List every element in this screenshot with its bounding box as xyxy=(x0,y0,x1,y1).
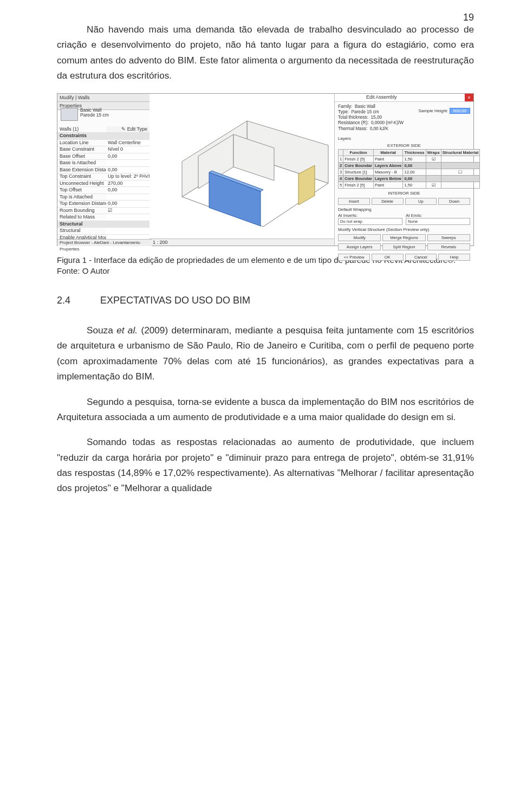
merge-regions-button[interactable]: Merge Regions xyxy=(382,234,425,241)
down-button[interactable]: Down xyxy=(438,198,470,205)
help-button[interactable]: Help xyxy=(438,254,470,261)
sweeps-button[interactable]: Sweeps xyxy=(427,234,470,241)
3d-model-view[interactable]: 1 : 200 xyxy=(150,94,344,246)
reveals-button[interactable]: Reveals xyxy=(427,243,470,250)
section-heading-2-4: 2.4EXPECTATIVAS DO USO DO BIM xyxy=(57,295,474,306)
paragraph-3: Segundo a pesquisa, torna-se evidente a … xyxy=(57,394,474,425)
at-ends-select[interactable]: None xyxy=(406,218,470,225)
paragraph-1: Não havendo mais uma demanda tão elevada… xyxy=(57,22,474,83)
close-icon[interactable]: × xyxy=(465,94,473,101)
type-thumbnail xyxy=(61,108,78,121)
assembly-meta: Family: Basic Wall Type: Parede 15 cm To… xyxy=(335,102,473,133)
cancel-button[interactable]: Cancel xyxy=(405,254,437,261)
dialog-title: Edit Assembly xyxy=(366,94,397,100)
tab-modify-walls[interactable]: Modify | Walls xyxy=(57,94,150,102)
split-region-button[interactable]: Split Region xyxy=(382,243,425,250)
sample-height[interactable]: Sample Height: 600,00 xyxy=(419,108,470,114)
project-browser-bar: Project Browser - AleDani - Levantamento… xyxy=(57,239,152,246)
paragraph-4: Somando todas as respostas relacionadas … xyxy=(57,434,474,496)
at-inserts-select[interactable]: Do not wrap xyxy=(338,218,402,225)
up-button[interactable]: Up xyxy=(405,198,437,205)
properties-panel: Modify | Walls Properties Basic WallPare… xyxy=(57,94,150,246)
insert-button[interactable]: Insert xyxy=(338,198,370,205)
modify-button[interactable]: Modify xyxy=(338,234,381,241)
view-scale: 1 : 200 xyxy=(150,239,344,246)
layers-table[interactable]: FunctionMaterialThicknessWrapsStructural… xyxy=(338,149,480,189)
delete-button[interactable]: Delete xyxy=(372,198,404,205)
property-rows: Walls (1)✎ Edit Type Constraints Locatio… xyxy=(57,126,150,239)
preview-button[interactable]: << Preview xyxy=(338,254,370,261)
assign-layers-button[interactable]: Assign Layers xyxy=(338,243,381,250)
type-name: Basic WallParede 15 cm xyxy=(80,108,109,119)
figure-1-screenshot: Modify | Walls Properties Basic WallPare… xyxy=(57,93,474,246)
page-number: 19 xyxy=(463,12,474,23)
paragraph-2: Souza et al. (2009) determinaram, median… xyxy=(57,323,474,384)
edit-type-button[interactable]: ✎ Edit Type xyxy=(106,126,150,133)
edit-assembly-dialog: Edit Assembly × Family: Basic Wall Type:… xyxy=(334,94,473,246)
ok-button[interactable]: OK xyxy=(372,254,404,261)
